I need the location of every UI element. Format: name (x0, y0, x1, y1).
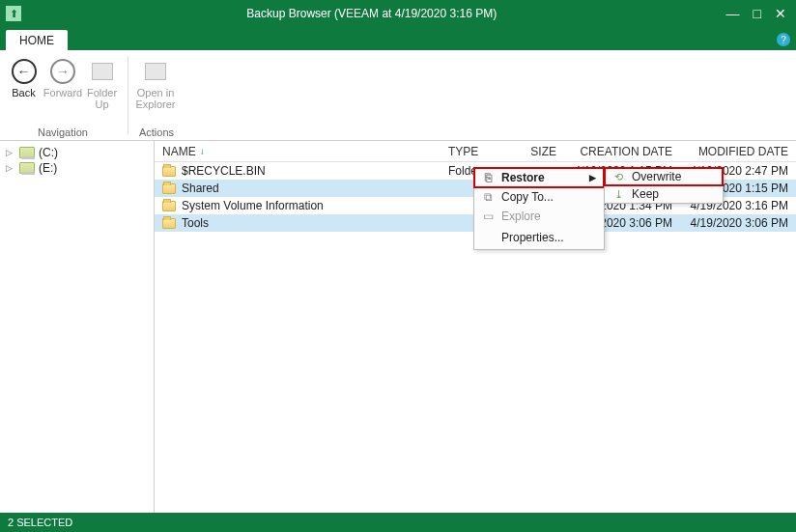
sort-asc-icon: ↓ (200, 146, 205, 156)
tree-item-label: (C:) (39, 146, 58, 159)
minimize-button[interactable]: — (726, 7, 740, 20)
maximize-button[interactable]: □ (753, 7, 761, 20)
column-headers[interactable]: NAME↓ TYPE SIZE CREATION DATE MODIFIED D… (155, 141, 796, 162)
context-menu[interactable]: ⎘ Restore ▶ ⧉ Copy To... ▭ Explore Prope… (473, 167, 605, 250)
arrow-left-icon: ← (12, 59, 37, 84)
tab-home[interactable]: HOME (6, 30, 68, 50)
tree-item-drive-c[interactable]: ▷ (C:) (0, 145, 154, 160)
keep-icon: ⤓ (611, 188, 626, 201)
submenu-item-overwrite[interactable]: ⟲ Overwrite (605, 168, 723, 185)
ribbon-group-actions: Actions (136, 125, 177, 138)
folder-icon (162, 201, 176, 211)
chevron-right-icon: ▶ (589, 173, 596, 182)
tree-item-drive-e[interactable]: ▷ (E:) (0, 160, 154, 176)
folder-icon (162, 183, 176, 194)
copy-icon: ⧉ (480, 190, 496, 204)
tree-item-label: (E:) (39, 161, 57, 175)
column-type[interactable]: TYPE (441, 145, 518, 158)
overwrite-icon: ⟲ (611, 171, 626, 183)
title-bar: ⬆ Backup Browser (VEEAM at 4/19/2020 3:1… (0, 0, 796, 27)
menu-item-properties[interactable]: Properties... (474, 226, 604, 249)
column-name[interactable]: NAME↓ (155, 145, 441, 158)
menu-item-explore: ▭ Explore (474, 207, 604, 226)
column-creation-date[interactable]: CREATION DATE (564, 145, 680, 158)
drive-icon (19, 162, 35, 174)
help-icon[interactable]: ? (777, 33, 790, 46)
restore-icon: ⎘ (480, 171, 496, 184)
folder-up-button: Folder Up (84, 54, 120, 110)
file-list-pane: NAME↓ TYPE SIZE CREATION DATE MODIFIED D… (155, 141, 796, 513)
folder-up-icon (92, 63, 113, 80)
expand-icon[interactable]: ▷ (6, 163, 15, 173)
window-title: Backup Browser (VEEAM at 4/19/2020 3:16 … (27, 7, 717, 20)
open-in-explorer-icon (145, 63, 166, 80)
ribbon-group-navigation: Navigation (6, 125, 120, 138)
drive-icon (19, 147, 35, 158)
close-button[interactable]: ✕ (775, 7, 786, 20)
back-button[interactable]: ← Back (6, 54, 42, 98)
folder-tree[interactable]: ▷ (C:) ▷ (E:) (0, 141, 155, 513)
expand-icon[interactable]: ▷ (6, 148, 15, 157)
ribbon-tab-row: HOME ? (0, 27, 796, 50)
status-selected-count: 2 SELECTED (8, 517, 72, 528)
status-bar: 2 SELECTED (0, 513, 796, 532)
column-modified-date[interactable]: MODIFIED DATE (680, 145, 796, 158)
open-in-explorer-button: Open in Explorer (136, 54, 175, 110)
folder-icon (162, 218, 176, 229)
arrow-right-icon: → (50, 59, 75, 84)
folder-icon (162, 166, 176, 177)
column-size[interactable]: SIZE (518, 145, 564, 158)
menu-item-copy-to[interactable]: ⧉ Copy To... (474, 187, 604, 207)
restore-submenu[interactable]: ⟲ Overwrite ⤓ Keep (604, 167, 724, 204)
menu-item-restore[interactable]: ⎘ Restore ▶ (474, 168, 604, 187)
ribbon: ← Back → Forward Folder Up Navigation Op… (0, 50, 796, 141)
explore-icon: ▭ (480, 210, 496, 223)
submenu-item-keep[interactable]: ⤓ Keep (605, 185, 723, 203)
main-area: ▷ (C:) ▷ (E:) NAME↓ TYPE SIZE CREATION D… (0, 141, 796, 513)
app-icon: ⬆ (0, 0, 27, 27)
forward-button: → Forward (43, 54, 82, 98)
